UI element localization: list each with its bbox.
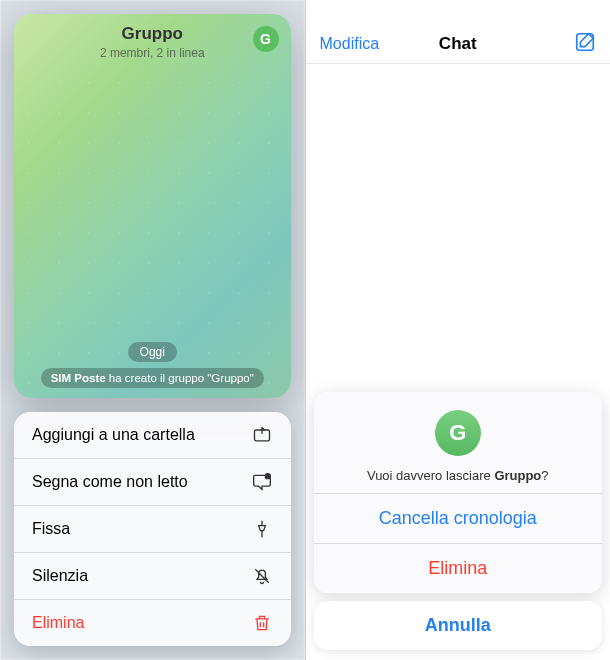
- system-msg-author: SIM Poste: [51, 372, 106, 384]
- bell-slash-icon: [251, 565, 273, 587]
- sheet-q-group: Gruppo: [494, 468, 541, 483]
- svg-point-1: [265, 474, 270, 479]
- sheet-clear-history-button[interactable]: Cancella cronologia: [314, 493, 603, 543]
- menu-add-to-folder[interactable]: Aggiungi a una cartella: [14, 412, 291, 459]
- sheet-question: Vuoi davvero lasciare Gruppo?: [334, 468, 583, 483]
- menu-label-mute: Silenzia: [32, 567, 88, 585]
- action-sheet-backdrop: G Vuoi davvero lasciare Gruppo? Cancella…: [306, 0, 611, 660]
- trash-icon: [251, 612, 273, 634]
- menu-mute[interactable]: Silenzia: [14, 553, 291, 600]
- menu-mark-unread[interactable]: Segna come non letto: [14, 459, 291, 506]
- menu-label-delete: Elimina: [32, 614, 84, 632]
- left-pane: Gruppo 2 membri, 2 in linea G Oggi SIM P…: [0, 0, 305, 660]
- chat-preview-card[interactable]: Gruppo 2 membri, 2 in linea G Oggi SIM P…: [14, 14, 291, 398]
- preview-title: Gruppo: [26, 24, 279, 44]
- group-avatar-medium: G: [435, 410, 481, 456]
- system-message: SIM Poste ha creato il gruppo "Gruppo": [41, 368, 264, 388]
- action-sheet: G Vuoi davvero lasciare Gruppo? Cancella…: [314, 392, 603, 593]
- system-msg-text: ha creato il gruppo "Gruppo": [106, 372, 254, 384]
- menu-label-mark-unread: Segna come non letto: [32, 473, 188, 491]
- right-pane: 13:03 77 Modifica Chat G Vuoi davvero la…: [306, 0, 611, 660]
- menu-delete[interactable]: Elimina: [14, 600, 291, 646]
- left-content: Gruppo 2 membri, 2 in linea G Oggi SIM P…: [0, 0, 305, 660]
- menu-label-add-to-folder: Aggiungi a una cartella: [32, 426, 195, 444]
- group-avatar-small: G: [253, 26, 279, 52]
- sheet-cancel-button[interactable]: Annulla: [314, 601, 603, 650]
- preview-body: Oggi SIM Poste ha creato il gruppo "Grup…: [14, 68, 291, 398]
- folder-add-icon: [251, 424, 273, 446]
- date-pill: Oggi: [128, 342, 177, 362]
- sheet-header: G Vuoi davvero lasciare Gruppo?: [314, 392, 603, 493]
- sheet-delete-button[interactable]: Elimina: [314, 543, 603, 593]
- preview-subtitle: 2 membri, 2 in linea: [26, 46, 279, 60]
- preview-header: Gruppo 2 membri, 2 in linea G: [14, 14, 291, 68]
- sheet-q-suffix: ?: [541, 468, 548, 483]
- sheet-q-prefix: Vuoi davvero lasciare: [367, 468, 494, 483]
- chat-bubble-icon: [251, 471, 273, 493]
- menu-label-pin: Fissa: [32, 520, 70, 538]
- pin-icon: [251, 518, 273, 540]
- context-menu: Aggiungi a una cartella Segna come non l…: [14, 412, 291, 646]
- menu-pin[interactable]: Fissa: [14, 506, 291, 553]
